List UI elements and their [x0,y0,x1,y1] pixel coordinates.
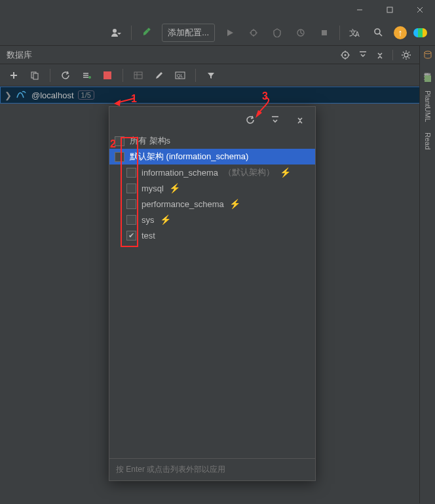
schema-label: 默认架构 (information_schema) [130,151,248,163]
schema-item[interactable]: mysql ⚡ [109,180,315,196]
gear-icon[interactable] [401,50,411,60]
schema-checkbox[interactable] [126,184,136,193]
toolbar-separator [339,26,340,40]
coverage-button[interactable] [269,24,286,41]
svg-text:QL: QL [177,73,183,79]
popup-collapse-all-button[interactable] [292,111,309,128]
refresh-button[interactable] [57,67,74,84]
toolbox-app-icon[interactable] [413,28,427,37]
duplicate-button[interactable] [26,67,43,84]
datasource-row[interactable]: ❯ @localhost 1/5 [0,87,435,104]
build-hammer-icon[interactable] [138,24,155,41]
popup-refresh-button[interactable] [242,111,259,128]
schema-label: test [142,231,155,241]
profile-button[interactable] [292,24,309,41]
schema-checkbox[interactable] [126,168,136,178]
search-everywhere-button[interactable] [370,24,387,41]
schema-list: 所有 架构s默认架构 (information_schema)informati… [109,133,315,458]
schema-checkbox[interactable] [115,136,124,146]
schema-selection-popup: 所有 架构s默认架构 (information_schema)informati… [109,106,316,481]
svg-point-38 [88,76,91,79]
debug-button[interactable] [245,24,262,41]
svg-rect-1 [387,7,392,12]
schema-checkbox[interactable] [126,199,136,209]
separator [392,50,393,60]
svg-point-44 [425,51,431,54]
separator [123,69,123,82]
right-tab-read[interactable]: Read [423,128,433,153]
schema-trailing-note: （默认架构） [223,166,274,178]
database-toolwindow-icon[interactable] [423,50,433,60]
right-tab-plantuml[interactable]: PlantUML [423,87,433,126]
schema-checkbox[interactable] [115,152,124,162]
table-view-button[interactable] [130,67,147,84]
sync-button[interactable] [78,67,95,84]
database-panel-title: 数据库 [7,49,32,61]
target-icon[interactable] [340,50,350,60]
schema-checkbox[interactable] [126,215,136,225]
right-toolwindow-bar: 数据库 PlantUML Read [419,46,435,503]
schema-item[interactable]: 所有 架构s [109,133,315,149]
separator [195,69,196,82]
window-titlebar [0,0,435,20]
schema-item[interactable]: information_schema （默认架构） ⚡ [109,165,315,180]
schema-popup-toolbar [109,107,315,133]
svg-rect-45 [425,75,431,82]
svg-point-4 [113,29,117,33]
run-config-dropdown[interactable]: 添加配置... [162,24,215,42]
schema-item[interactable]: 默认架构 (information_schema) [109,149,315,165]
svg-line-30 [409,57,410,58]
svg-point-6 [251,30,256,35]
run-config-label: 添加配置... [168,28,209,37]
svg-rect-39 [134,72,142,79]
toolbar-separator [131,26,132,40]
popup-expand-all-button[interactable] [267,111,284,128]
expand-all-icon[interactable] [358,50,368,60]
update-available-icon[interactable]: ↑ [394,26,407,39]
bolt-icon: ⚡ [229,199,240,209]
schema-label: information_schema [142,168,218,178]
edit-button[interactable] [151,67,168,84]
schema-item[interactable]: performance_schema ⚡ [109,196,315,212]
chevron-right-icon: ❯ [5,90,12,100]
bolt-icon: ⚡ [280,167,291,178]
schema-count-badge[interactable]: 1/5 [78,90,94,100]
stop-button[interactable] [316,24,333,41]
svg-line-31 [403,57,404,58]
main-toolbar: 添加配置... 文A ↑ [0,20,435,46]
svg-point-15 [375,29,380,34]
datasource-name: @localhost [31,90,74,100]
separator [50,69,50,82]
svg-point-24 [404,53,408,57]
user-dropdown-button[interactable] [107,24,124,41]
svg-line-16 [379,33,382,36]
schema-checkbox[interactable] [126,231,136,241]
svg-point-18 [345,54,347,56]
window-maximize-button[interactable] [375,0,405,20]
schema-label: performance_schema [142,199,224,209]
add-datasource-button[interactable] [5,67,22,84]
bolt-icon: ⚡ [169,183,180,193]
schema-label: sys [142,215,155,225]
plantuml-toolwindow-icon[interactable] [423,73,433,84]
window-close-button[interactable] [405,0,435,20]
schema-popup-hint: 按 Enter 或点击列表外部以应用 [109,458,315,480]
schema-label: 所有 架构s [130,135,170,147]
database-toolbar: QL [0,64,435,87]
database-panel-header: 数据库 [0,46,435,64]
right-tab-database[interactable]: 数据库 [421,63,434,71]
query-console-button[interactable]: QL [172,67,189,84]
svg-line-29 [403,52,404,53]
schema-item[interactable]: sys ⚡ [109,212,315,227]
translate-button[interactable]: 文A [347,24,364,41]
run-button[interactable] [221,24,238,41]
schema-item[interactable]: test [109,227,315,243]
window-minimize-button[interactable] [345,0,375,20]
collapse-all-icon[interactable] [375,50,385,60]
svg-text:A: A [355,31,360,38]
svg-rect-37 [33,73,38,79]
mysql-icon [16,90,28,101]
filter-button[interactable] [202,67,219,84]
bolt-icon: ⚡ [160,214,171,225]
stop-sync-button[interactable] [99,67,116,84]
